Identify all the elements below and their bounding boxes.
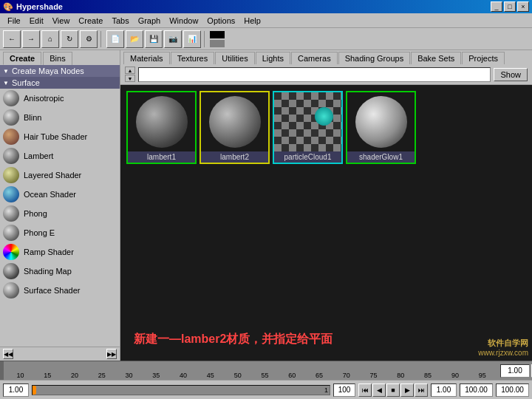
- tick-65: 65: [306, 372, 333, 379]
- play-forward-btn[interactable]: ▶: [400, 383, 414, 397]
- play-back-to-start-btn[interactable]: ⏮: [358, 383, 372, 397]
- tab-bins[interactable]: Bins: [43, 52, 72, 65]
- shader-ball-surface: [3, 282, 19, 299]
- toolbar-back-btn[interactable]: ←: [3, 30, 21, 48]
- shader-phong[interactable]: Phong: [0, 204, 120, 223]
- play-to-end-btn[interactable]: ⏭: [415, 383, 428, 397]
- tab-bake-sets[interactable]: Bake Sets: [411, 52, 461, 64]
- toolbar-fwd-btn[interactable]: →: [22, 30, 40, 48]
- current-frame-display[interactable]: [313, 386, 328, 395]
- play-backward-btn[interactable]: ◀: [372, 383, 386, 397]
- shader-ocean[interactable]: Ocean Shader: [0, 185, 120, 204]
- material-lambert1[interactable]: lambert1: [126, 91, 197, 164]
- search-nav-arrows: ▲ ▼: [125, 66, 135, 82]
- scroll-right-btn[interactable]: ▶▶: [106, 349, 117, 359]
- tick-75: 75: [360, 372, 387, 379]
- material-lambert2[interactable]: lambert2: [200, 91, 270, 164]
- toolbar-home-btn[interactable]: ⌂: [41, 30, 59, 48]
- window-title: Hypershade: [16, 2, 63, 11]
- material-label-lambert1: lambert1: [128, 151, 195, 163]
- menu-view[interactable]: View: [48, 15, 75, 27]
- shader-lambert[interactable]: Lambert: [0, 146, 120, 166]
- scroll-left-btn[interactable]: ◀◀: [3, 349, 13, 359]
- tab-projects[interactable]: Projects: [462, 52, 505, 64]
- menu-window[interactable]: Window: [165, 15, 202, 27]
- total-frames-input[interactable]: [460, 383, 493, 397]
- toolbar-cam-btn[interactable]: 📷: [164, 30, 182, 48]
- restore-button[interactable]: □: [504, 1, 516, 12]
- frame-number-input[interactable]: [500, 364, 530, 378]
- menu-create[interactable]: Create: [74, 15, 107, 27]
- progress-area[interactable]: [32, 385, 330, 395]
- shader-ball-ramp: [3, 244, 19, 260]
- color-swatch-black: [210, 31, 225, 38]
- timeline-ruler[interactable]: 10 15 20 25 30 35 40 45 50 55 60 65 70 7…: [4, 361, 499, 381]
- shader-hair-tube[interactable]: Hair Tube Shader: [0, 127, 120, 146]
- material-label-lambert2: lambert2: [201, 151, 268, 163]
- left-panel: Create Bins ▼ Create Maya Nodes ▼ Surfac…: [0, 50, 120, 361]
- tab-shading-groups[interactable]: Shading Groups: [338, 52, 411, 64]
- material-shader-glow1[interactable]: shaderGlow1: [346, 91, 416, 164]
- end-frame-input[interactable]: [333, 383, 355, 397]
- material-preview-lambert1: [128, 92, 195, 151]
- material-ball-lambert1: [136, 96, 188, 148]
- minimize-button[interactable]: _: [491, 1, 502, 12]
- menu-edit[interactable]: Edit: [25, 15, 48, 27]
- total-frames-2-input[interactable]: [496, 383, 529, 397]
- ruler-ticks: 10 15 20 25 30 35 40 45 50 55 60 65 70 7…: [4, 372, 499, 379]
- toolbar-save-btn[interactable]: 💾: [145, 30, 163, 48]
- toolbar-new-btn[interactable]: 📄: [106, 30, 124, 48]
- tick-35: 35: [143, 372, 170, 379]
- playback-speed-input[interactable]: [431, 383, 457, 397]
- color-swatch-gray: [210, 40, 225, 47]
- start-frame-input[interactable]: [3, 383, 29, 397]
- main-content: Create Bins ▼ Create Maya Nodes ▼ Surfac…: [0, 50, 532, 361]
- close-button[interactable]: ×: [517, 1, 529, 12]
- show-button[interactable]: Show: [494, 68, 528, 81]
- shader-shading-map[interactable]: Shading Map: [0, 262, 120, 281]
- tab-textures[interactable]: Textures: [171, 52, 215, 64]
- search-up-arrow[interactable]: ▲: [125, 66, 135, 74]
- particle-dot: [315, 107, 333, 126]
- checker-bg: [274, 92, 341, 151]
- annotation-label: 新建一—lamber2材质，并指定给平面: [134, 332, 332, 345]
- menu-tabs[interactable]: Tabs: [107, 15, 133, 27]
- playback-buttons: ⏮ ◀ ■ ▶ ⏭: [358, 383, 428, 397]
- tab-lights[interactable]: Lights: [256, 52, 290, 64]
- menu-options[interactable]: Options: [202, 15, 239, 27]
- shader-phonge[interactable]: Phong E: [0, 223, 120, 242]
- shader-ball-anisotropic: [3, 90, 19, 106]
- menu-file[interactable]: File: [3, 15, 25, 27]
- toolbar-graph-btn[interactable]: 📊: [183, 30, 201, 48]
- surface-title: Surface: [12, 78, 40, 87]
- tick-30: 30: [115, 372, 143, 379]
- shader-layered[interactable]: Layered Shader: [0, 166, 120, 185]
- shader-label-ocean: Ocean Shader: [24, 190, 76, 199]
- toolbar-open-btn[interactable]: 📂: [126, 30, 143, 48]
- material-particle-cloud1[interactable]: particleCloud1: [273, 91, 343, 164]
- toolbar-refresh-btn[interactable]: ↻: [61, 30, 78, 48]
- tick-50: 50: [224, 372, 251, 379]
- shader-anisotropic[interactable]: Anisotropic: [0, 89, 120, 108]
- stop-btn[interactable]: ■: [386, 383, 400, 397]
- tab-utilities[interactable]: Utilities: [215, 52, 254, 64]
- toolbar-settings-btn[interactable]: ⚙: [80, 30, 98, 48]
- menu-help[interactable]: Help: [239, 15, 265, 27]
- tab-cameras[interactable]: Cameras: [291, 52, 338, 64]
- menu-bar: File Edit View Create Tabs Graph Window …: [0, 13, 532, 28]
- tick-20: 20: [61, 372, 89, 379]
- annotation-text: 新建一—lamber2材质，并指定给平面: [128, 326, 532, 353]
- tab-create[interactable]: Create: [3, 52, 41, 65]
- tab-materials[interactable]: Materials: [123, 52, 170, 64]
- watermark: 软件自学网 www.rjzxw.com: [478, 338, 528, 357]
- search-down-arrow[interactable]: ▼: [125, 75, 135, 82]
- shader-ramp[interactable]: Ramp Shader: [0, 242, 120, 262]
- search-input[interactable]: [138, 67, 491, 82]
- material-ball-lambert2: [209, 96, 261, 148]
- shader-surface[interactable]: Surface Shader: [0, 281, 120, 300]
- shader-blinn[interactable]: Blinn: [0, 108, 120, 127]
- shader-label-anisotropic: Anisotropic: [24, 94, 64, 103]
- shader-ball-phonge: [3, 225, 19, 241]
- shader-ball-blinn: [3, 109, 19, 126]
- menu-graph[interactable]: Graph: [134, 15, 166, 27]
